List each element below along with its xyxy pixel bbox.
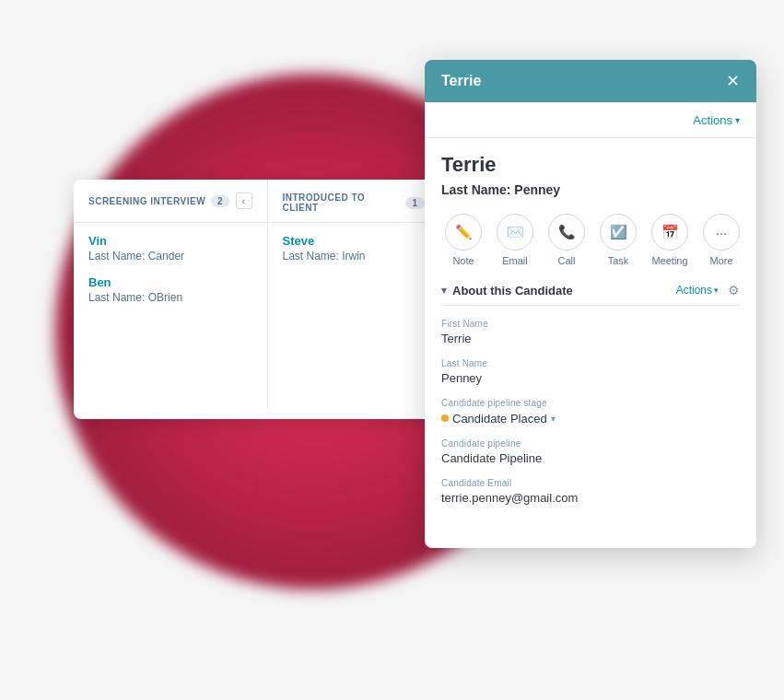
- col-title-1: SCREENING INTERVIEW 2 ‹: [88, 192, 252, 209]
- list-item: Vin Last Name: Cander: [88, 234, 252, 262]
- meeting-icon: 📅: [651, 214, 688, 251]
- note-icon: ✏️: [445, 214, 482, 251]
- stage-badge-arrow[interactable]: ▾: [551, 414, 556, 424]
- contact-name-heading: Terrie: [441, 153, 740, 177]
- detail-header: Terrie ✕: [425, 60, 756, 102]
- last-name-field-label: Last Name: [441, 358, 740, 368]
- task-label: Task: [608, 255, 629, 266]
- pipeline-stage-value: Candidate Placed ▾: [441, 411, 740, 426]
- pipeline-col-1: SCREENING INTERVIEW 2 ‹: [74, 180, 268, 222]
- first-name-label: First Name: [441, 319, 740, 329]
- section-title: ▾ About this Candidate: [441, 284, 573, 298]
- detail-body: Terrie Last Name: Penney ✏️ Note ✉️ Emai…: [425, 138, 756, 532]
- candidate-email-label: Candidate Email: [441, 478, 740, 488]
- meeting-button[interactable]: 📅 Meeting: [648, 214, 692, 266]
- more-label: More: [709, 255, 732, 266]
- email-label: Email: [502, 255, 528, 266]
- pipeline-stage-label: Candidate pipeline stage: [441, 398, 740, 408]
- call-button[interactable]: 📞 Call: [544, 214, 589, 266]
- field-candidate-pipeline: Candidate pipeline Candidate Pipeline: [441, 438, 740, 465]
- candidate-pipeline-value: Candidate Pipeline: [441, 451, 740, 465]
- task-icon: ☑️: [600, 214, 637, 251]
- field-candidate-email: Candidate Email terrie.penney@gmail.com: [441, 478, 740, 505]
- candidate-email-value: terrie.penney@gmail.com: [441, 491, 740, 505]
- candidate-pipeline-label: Candidate pipeline: [441, 438, 740, 449]
- field-pipeline-stage: Candidate pipeline stage Candidate Place…: [441, 398, 740, 426]
- task-button[interactable]: ☑️ Task: [596, 214, 640, 266]
- pipeline-body-col-1: Vin Last Name: Cander Ben Last Name: OBr…: [74, 223, 268, 407]
- more-icon: ···: [703, 214, 740, 251]
- pipeline-card: SCREENING INTERVIEW 2 ‹ INTRODUCED TO CL…: [74, 180, 461, 419]
- list-item: Steve Last Name: Irwin: [283, 234, 447, 262]
- candidate-name-vin[interactable]: Vin: [88, 234, 252, 248]
- contact-lastname-line: Last Name: Penney: [441, 182, 740, 197]
- pipeline-header: SCREENING INTERVIEW 2 ‹ INTRODUCED TO CL…: [74, 180, 461, 223]
- section-header: ▾ About this Candidate Actions ⚙: [441, 283, 740, 306]
- first-name-value: Terrie: [441, 332, 740, 345]
- pipeline-body: Vin Last Name: Cander Ben Last Name: OBr…: [74, 223, 461, 407]
- candidate-lastname-steve: Last Name: Irwin: [283, 250, 447, 262]
- candidate-name-steve[interactable]: Steve: [283, 234, 447, 248]
- gear-icon[interactable]: ⚙: [728, 283, 740, 298]
- stage-badge-dot: [441, 414, 449, 422]
- note-button[interactable]: ✏️ Note: [441, 214, 486, 266]
- section-actions-dropdown[interactable]: Actions: [676, 284, 719, 297]
- stage-badge: Candidate Placed ▾: [441, 412, 556, 426]
- note-label: Note: [452, 255, 474, 266]
- more-button[interactable]: ··· More: [699, 214, 743, 266]
- call-icon: 📞: [548, 214, 585, 251]
- candidate-lastname-vin: Last Name: Cander: [88, 250, 252, 262]
- email-button[interactable]: ✉️ Email: [493, 214, 537, 266]
- actions-dropdown[interactable]: Actions: [693, 113, 740, 127]
- close-button[interactable]: ✕: [726, 73, 740, 89]
- col-title-2: INTRODUCED TO CLIENT 1 ‹: [283, 192, 447, 213]
- detail-panel-title: Terrie: [441, 73, 481, 89]
- call-label: Call: [558, 255, 576, 266]
- candidate-lastname-ben: Last Name: OBrien: [88, 291, 252, 304]
- meeting-label: Meeting: [651, 255, 687, 266]
- last-name-field-value: Penney: [441, 371, 740, 385]
- email-icon: ✉️: [497, 214, 533, 251]
- detail-panel: Terrie ✕ Actions Terrie Last Name: Penne…: [425, 60, 756, 548]
- col-1-nav-btn[interactable]: ‹: [236, 192, 252, 209]
- candidate-name-ben[interactable]: Ben: [88, 275, 252, 289]
- detail-actions-bar: Actions: [425, 102, 756, 138]
- list-item: Ben Last Name: OBrien: [88, 275, 252, 304]
- section-right: Actions ⚙: [676, 283, 740, 298]
- field-first-name: First Name Terrie: [441, 319, 740, 345]
- section-chevron-icon: ▾: [441, 285, 447, 297]
- action-icons-row: ✏️ Note ✉️ Email 📞 Call ☑️ Task 📅 Meetin…: [441, 214, 740, 266]
- field-last-name: Last Name Penney: [441, 358, 740, 385]
